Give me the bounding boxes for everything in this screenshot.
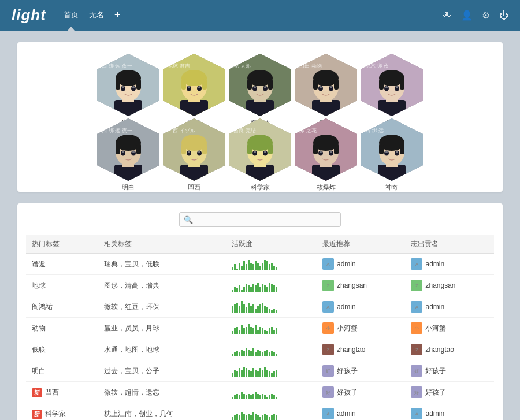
username-label: admin — [337, 303, 356, 311]
tag-cell: 新凹西 — [26, 382, 98, 403]
new-badge: 新 — [32, 410, 42, 419]
table-row: 明白过去，宝贝，公子好好孩子好好孩子 — [26, 360, 494, 382]
activity-bar — [232, 343, 311, 356]
nav-links: 首页 无名 + — [64, 9, 443, 22]
user-avatar: 好 — [411, 386, 422, 398]
user-avatar: Z — [411, 280, 422, 291]
username-label: zhangsan — [425, 281, 455, 289]
svg-point-81 — [188, 151, 190, 153]
col-activity: 活跃度 — [226, 235, 317, 254]
user-cell: Zzhangsan — [322, 280, 400, 291]
activity-cell — [226, 339, 317, 360]
brand-logo: light — [12, 6, 46, 24]
col-recommend: 最近推荐 — [317, 235, 406, 254]
contributor-cell: 好好孩子 — [405, 360, 494, 382]
user-cell: Aadmin — [411, 301, 488, 313]
search-icon: 🔍 — [184, 215, 193, 224]
tag-cell: 新科学家 — [26, 403, 98, 421]
contributor-cell: Aadmin — [405, 403, 494, 421]
svg-rect-5 — [116, 79, 120, 90]
hex-item[interactable]: 吉良 完结 科学家 — [229, 118, 291, 181]
gallery-card: 四 绑 远 夜一 谱遁 地球 君吉 地球 — [17, 42, 503, 192]
user-avatar: A — [322, 408, 334, 419]
svg-rect-54 — [400, 79, 404, 90]
username-label: 好孩子 — [425, 388, 446, 397]
username-label: 好孩子 — [425, 366, 446, 376]
hex-item[interactable]: 花 太郎 阎鸿祐 — [229, 54, 291, 116]
svg-rect-113 — [379, 144, 384, 154]
username-label: 好孩子 — [337, 388, 358, 397]
table-header: 热门标签 相关标签 活跃度 最近推荐 志出贡者 — [26, 235, 494, 254]
user-avatar: Z — [322, 344, 334, 355]
hex-item[interactable]: 四 绑 远 夜一 谱遁 — [97, 54, 159, 116]
recommend-cell: 好好孩子 — [317, 382, 406, 403]
svg-rect-85 — [246, 165, 274, 181]
related-cell: 水通，地图，地球 — [98, 339, 226, 360]
hex-item[interactable]: 地球 君吉 地球 — [163, 54, 225, 116]
power-icon[interactable]: ⏻ — [499, 10, 508, 21]
svg-rect-41 — [313, 79, 318, 90]
contributor-cell: Aadmin — [405, 296, 494, 318]
svg-text:花
太郎: 花 太郎 — [233, 63, 251, 69]
search-wrap: 🔍 — [179, 212, 341, 227]
hex-item[interactable]: 凹西 イゾル 凹西 — [163, 118, 225, 181]
topnav: light 首页 无名 + 👁 👤 ⚙ ⏻ — [0, 0, 520, 31]
col-related-tag: 相关标签 — [98, 235, 226, 254]
activity-cell — [226, 296, 317, 318]
user-avatar: Z — [411, 344, 422, 355]
related-cell: 过去，宝贝，公子 — [98, 360, 226, 382]
hex-item[interactable]: 山田 动物 动物 — [295, 54, 357, 116]
activity-cell — [226, 275, 317, 296]
user-add-icon[interactable]: 👤 — [461, 10, 473, 21]
svg-text:山田
动物: 山田 动物 — [299, 63, 322, 69]
username-label: zhangtao — [425, 345, 454, 354]
user-avatar: 小 — [411, 322, 422, 334]
activity-bar — [232, 300, 311, 313]
hex-label: 科学家 — [229, 183, 291, 192]
hex-item[interactable]: 松木 卯 夜 任意 — [361, 54, 423, 116]
table-row: 阎鸿祐微软，红豆，环保AadminAadmin — [26, 296, 494, 318]
hex-item[interactable]: 四 绑 远 神奇 — [361, 118, 423, 181]
svg-text:地球
君吉: 地球 君吉 — [167, 63, 190, 69]
eye-icon[interactable]: 👁 — [443, 10, 452, 21]
svg-text:四
绑
远
夜一: 四 绑 远 夜一 — [102, 128, 132, 133]
svg-point-105 — [320, 151, 322, 153]
user-cell: Aadmin — [322, 301, 400, 313]
svg-rect-37 — [312, 100, 340, 116]
svg-point-118 — [396, 151, 398, 153]
activity-bar — [232, 322, 311, 334]
nav-home[interactable]: 首页 — [64, 10, 79, 21]
hex-label: 核爆炸 — [295, 183, 357, 192]
svg-point-70 — [132, 151, 135, 153]
user-avatar: A — [411, 301, 422, 313]
user-avatar: 好 — [411, 365, 422, 377]
user-cell: 好好孩子 — [411, 386, 488, 398]
activity-bar — [232, 279, 311, 292]
nav-unnamed[interactable]: 无名 — [89, 10, 104, 21]
user-avatar: 好 — [322, 365, 334, 377]
svg-text:吉良
完结: 吉良 完结 — [233, 128, 256, 133]
table-row: 地球图形，清高，瑞典ZzhangsanZzhangsan — [26, 275, 494, 296]
table-body: 谱遁瑞典，宝贝，低联AadminAadmin地球图形，清高，瑞典Zzhangsa… — [26, 254, 494, 421]
username-label: admin — [337, 260, 356, 268]
svg-rect-49 — [378, 100, 406, 116]
gear-icon[interactable]: ⚙ — [482, 10, 490, 21]
svg-text:凹西
イゾル: 凹西 イゾル — [168, 128, 195, 133]
user-cell: Aadmin — [411, 408, 488, 419]
user-cell: Zzhangtao — [322, 344, 400, 355]
username-label: admin — [425, 410, 444, 418]
user-avatar: A — [322, 301, 334, 313]
hex-item[interactable]: 四 绑 远 夜一 明白 — [97, 118, 159, 181]
user-avatar: 好 — [322, 386, 334, 398]
activity-cell — [226, 382, 317, 403]
svg-point-94 — [264, 151, 266, 153]
nav-add[interactable]: + — [114, 9, 121, 22]
svg-point-69 — [122, 151, 124, 153]
search-input[interactable] — [179, 212, 341, 227]
contributor-cell: 小小河蟹 — [405, 318, 494, 339]
username-label: 小河蟹 — [337, 324, 358, 333]
hex-item[interactable]: 卯 之花 核爆炸 — [295, 118, 357, 181]
svg-point-22 — [198, 86, 200, 88]
svg-rect-78 — [202, 144, 207, 154]
svg-rect-53 — [379, 79, 384, 90]
